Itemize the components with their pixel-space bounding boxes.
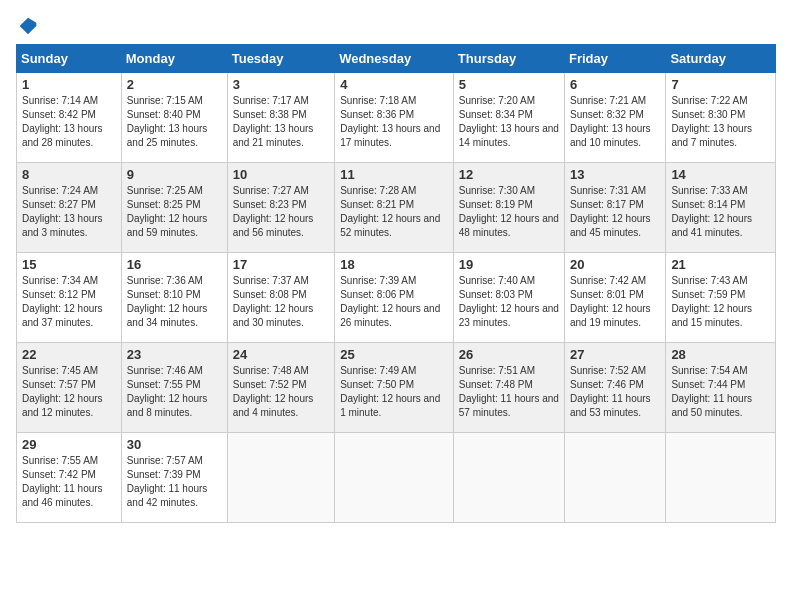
calendar-cell: 11Sunrise: 7:28 AMSunset: 8:21 PMDayligh…	[335, 163, 454, 253]
day-info: Sunrise: 7:46 AMSunset: 7:55 PMDaylight:…	[127, 364, 222, 420]
calendar-cell: 10Sunrise: 7:27 AMSunset: 8:23 PMDayligh…	[227, 163, 334, 253]
day-info: Sunrise: 7:45 AMSunset: 7:57 PMDaylight:…	[22, 364, 116, 420]
day-number: 11	[340, 167, 448, 182]
day-number: 16	[127, 257, 222, 272]
day-info: Sunrise: 7:33 AMSunset: 8:14 PMDaylight:…	[671, 184, 770, 240]
calendar-week-2: 8Sunrise: 7:24 AMSunset: 8:27 PMDaylight…	[17, 163, 776, 253]
day-info: Sunrise: 7:17 AMSunset: 8:38 PMDaylight:…	[233, 94, 329, 150]
calendar-header-tuesday: Tuesday	[227, 45, 334, 73]
calendar-header-row: SundayMondayTuesdayWednesdayThursdayFrid…	[17, 45, 776, 73]
calendar-cell: 2Sunrise: 7:15 AMSunset: 8:40 PMDaylight…	[121, 73, 227, 163]
calendar-cell	[453, 433, 564, 523]
day-info: Sunrise: 7:49 AMSunset: 7:50 PMDaylight:…	[340, 364, 448, 420]
calendar-cell	[564, 433, 665, 523]
calendar-cell: 25Sunrise: 7:49 AMSunset: 7:50 PMDayligh…	[335, 343, 454, 433]
logo	[16, 16, 38, 36]
calendar-cell: 5Sunrise: 7:20 AMSunset: 8:34 PMDaylight…	[453, 73, 564, 163]
day-info: Sunrise: 7:40 AMSunset: 8:03 PMDaylight:…	[459, 274, 559, 330]
calendar-cell: 16Sunrise: 7:36 AMSunset: 8:10 PMDayligh…	[121, 253, 227, 343]
day-info: Sunrise: 7:36 AMSunset: 8:10 PMDaylight:…	[127, 274, 222, 330]
day-number: 3	[233, 77, 329, 92]
day-number: 8	[22, 167, 116, 182]
calendar-header-thursday: Thursday	[453, 45, 564, 73]
calendar-cell: 30Sunrise: 7:57 AMSunset: 7:39 PMDayligh…	[121, 433, 227, 523]
day-number: 28	[671, 347, 770, 362]
day-number: 25	[340, 347, 448, 362]
calendar-header-wednesday: Wednesday	[335, 45, 454, 73]
day-info: Sunrise: 7:31 AMSunset: 8:17 PMDaylight:…	[570, 184, 660, 240]
calendar-header-monday: Monday	[121, 45, 227, 73]
day-number: 10	[233, 167, 329, 182]
day-number: 14	[671, 167, 770, 182]
day-number: 20	[570, 257, 660, 272]
calendar-cell: 3Sunrise: 7:17 AMSunset: 8:38 PMDaylight…	[227, 73, 334, 163]
calendar-cell: 1Sunrise: 7:14 AMSunset: 8:42 PMDaylight…	[17, 73, 122, 163]
day-number: 29	[22, 437, 116, 452]
day-number: 4	[340, 77, 448, 92]
calendar-cell: 18Sunrise: 7:39 AMSunset: 8:06 PMDayligh…	[335, 253, 454, 343]
day-info: Sunrise: 7:14 AMSunset: 8:42 PMDaylight:…	[22, 94, 116, 150]
day-info: Sunrise: 7:20 AMSunset: 8:34 PMDaylight:…	[459, 94, 559, 150]
svg-marker-1	[28, 18, 36, 26]
day-info: Sunrise: 7:52 AMSunset: 7:46 PMDaylight:…	[570, 364, 660, 420]
day-info: Sunrise: 7:30 AMSunset: 8:19 PMDaylight:…	[459, 184, 559, 240]
day-info: Sunrise: 7:21 AMSunset: 8:32 PMDaylight:…	[570, 94, 660, 150]
calendar-cell: 15Sunrise: 7:34 AMSunset: 8:12 PMDayligh…	[17, 253, 122, 343]
day-info: Sunrise: 7:28 AMSunset: 8:21 PMDaylight:…	[340, 184, 448, 240]
calendar-week-3: 15Sunrise: 7:34 AMSunset: 8:12 PMDayligh…	[17, 253, 776, 343]
day-info: Sunrise: 7:42 AMSunset: 8:01 PMDaylight:…	[570, 274, 660, 330]
day-number: 17	[233, 257, 329, 272]
calendar-cell: 27Sunrise: 7:52 AMSunset: 7:46 PMDayligh…	[564, 343, 665, 433]
day-number: 23	[127, 347, 222, 362]
day-number: 22	[22, 347, 116, 362]
day-info: Sunrise: 7:57 AMSunset: 7:39 PMDaylight:…	[127, 454, 222, 510]
day-number: 15	[22, 257, 116, 272]
calendar-cell	[666, 433, 776, 523]
calendar-header-saturday: Saturday	[666, 45, 776, 73]
calendar-cell	[227, 433, 334, 523]
calendar-cell: 12Sunrise: 7:30 AMSunset: 8:19 PMDayligh…	[453, 163, 564, 253]
calendar-cell: 19Sunrise: 7:40 AMSunset: 8:03 PMDayligh…	[453, 253, 564, 343]
calendar-week-5: 29Sunrise: 7:55 AMSunset: 7:42 PMDayligh…	[17, 433, 776, 523]
calendar-cell: 20Sunrise: 7:42 AMSunset: 8:01 PMDayligh…	[564, 253, 665, 343]
calendar-cell: 29Sunrise: 7:55 AMSunset: 7:42 PMDayligh…	[17, 433, 122, 523]
calendar-header-friday: Friday	[564, 45, 665, 73]
day-number: 27	[570, 347, 660, 362]
calendar-cell: 21Sunrise: 7:43 AMSunset: 7:59 PMDayligh…	[666, 253, 776, 343]
day-number: 21	[671, 257, 770, 272]
day-number: 19	[459, 257, 559, 272]
day-number: 18	[340, 257, 448, 272]
calendar-cell: 4Sunrise: 7:18 AMSunset: 8:36 PMDaylight…	[335, 73, 454, 163]
calendar-cell: 13Sunrise: 7:31 AMSunset: 8:17 PMDayligh…	[564, 163, 665, 253]
calendar-cell: 9Sunrise: 7:25 AMSunset: 8:25 PMDaylight…	[121, 163, 227, 253]
day-info: Sunrise: 7:27 AMSunset: 8:23 PMDaylight:…	[233, 184, 329, 240]
day-info: Sunrise: 7:43 AMSunset: 7:59 PMDaylight:…	[671, 274, 770, 330]
day-number: 2	[127, 77, 222, 92]
day-info: Sunrise: 7:15 AMSunset: 8:40 PMDaylight:…	[127, 94, 222, 150]
calendar-body: 1Sunrise: 7:14 AMSunset: 8:42 PMDaylight…	[17, 73, 776, 523]
day-number: 24	[233, 347, 329, 362]
day-info: Sunrise: 7:34 AMSunset: 8:12 PMDaylight:…	[22, 274, 116, 330]
calendar-cell	[335, 433, 454, 523]
day-info: Sunrise: 7:51 AMSunset: 7:48 PMDaylight:…	[459, 364, 559, 420]
calendar-header-sunday: Sunday	[17, 45, 122, 73]
day-info: Sunrise: 7:39 AMSunset: 8:06 PMDaylight:…	[340, 274, 448, 330]
calendar-cell: 6Sunrise: 7:21 AMSunset: 8:32 PMDaylight…	[564, 73, 665, 163]
day-info: Sunrise: 7:55 AMSunset: 7:42 PMDaylight:…	[22, 454, 116, 510]
day-info: Sunrise: 7:37 AMSunset: 8:08 PMDaylight:…	[233, 274, 329, 330]
day-info: Sunrise: 7:18 AMSunset: 8:36 PMDaylight:…	[340, 94, 448, 150]
day-number: 6	[570, 77, 660, 92]
calendar-cell: 17Sunrise: 7:37 AMSunset: 8:08 PMDayligh…	[227, 253, 334, 343]
day-number: 13	[570, 167, 660, 182]
calendar-cell: 14Sunrise: 7:33 AMSunset: 8:14 PMDayligh…	[666, 163, 776, 253]
day-number: 1	[22, 77, 116, 92]
day-number: 7	[671, 77, 770, 92]
day-info: Sunrise: 7:54 AMSunset: 7:44 PMDaylight:…	[671, 364, 770, 420]
calendar-week-1: 1Sunrise: 7:14 AMSunset: 8:42 PMDaylight…	[17, 73, 776, 163]
day-info: Sunrise: 7:48 AMSunset: 7:52 PMDaylight:…	[233, 364, 329, 420]
day-number: 12	[459, 167, 559, 182]
calendar-week-4: 22Sunrise: 7:45 AMSunset: 7:57 PMDayligh…	[17, 343, 776, 433]
day-info: Sunrise: 7:24 AMSunset: 8:27 PMDaylight:…	[22, 184, 116, 240]
day-number: 30	[127, 437, 222, 452]
page-header	[16, 16, 776, 36]
